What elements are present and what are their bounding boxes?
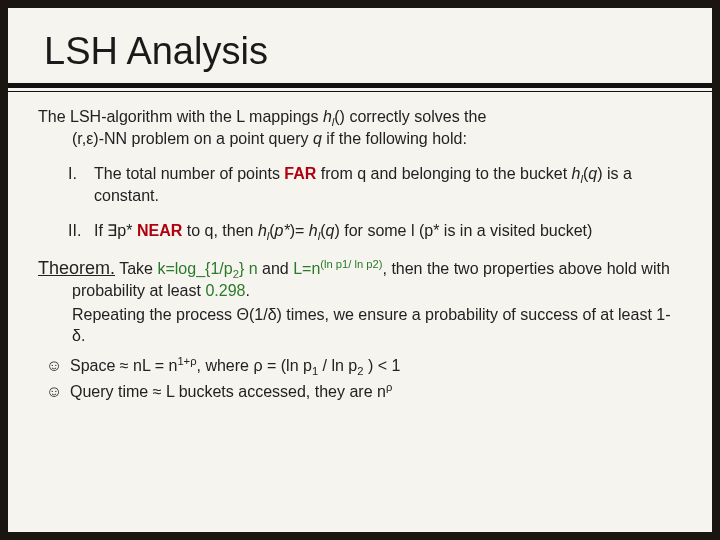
text: . [81, 327, 85, 344]
space-line: ☺ Space ≈ nL = n1+ρ, where ρ = (ln p1 / … [46, 355, 682, 377]
space-text: Space ≈ nL = n1+ρ, where ρ = (ln p1 / ln… [70, 355, 682, 377]
rho: ρ [253, 357, 262, 374]
text: ) for some l (p* is in a visited bucket) [335, 222, 593, 239]
probability: 0.298 [205, 282, 245, 299]
text: )= [290, 222, 309, 239]
sup: (ln p1/ ln p2) [320, 258, 382, 270]
slide-title: LSH Analysis [8, 8, 712, 79]
intro-line2: (r,ε)-NN problem on a point query q if t… [38, 128, 682, 150]
delta: δ [72, 327, 81, 344]
query-line: ☺ Query time ≈ L buckets accessed, they … [46, 381, 682, 403]
item-number: I. [68, 163, 94, 206]
var-q: q [326, 222, 335, 239]
text: (1/ [249, 306, 268, 323]
text: (r, [72, 130, 86, 147]
text: / ln p [318, 357, 357, 374]
theta: Θ [237, 306, 249, 323]
intro-paragraph: The LSH-algorithm with the L mappings hl… [38, 106, 682, 149]
sup: ρ [386, 380, 392, 392]
text: If [94, 222, 107, 239]
text: to q, then [182, 222, 258, 239]
theorem-heading: Theorem. [38, 258, 115, 278]
item-text: The total number of points FAR from q an… [94, 163, 682, 206]
exists: ∃ [107, 222, 117, 239]
text: The LSH-algorithm with the L mappings [38, 108, 323, 125]
var-h: h [258, 222, 267, 239]
text: , where [197, 357, 254, 374]
item-text: If ∃p* NEAR to q, then hl(p*)= hl(q) for… [94, 220, 682, 242]
var-h: h [572, 165, 581, 182]
text: Query time ≈ L buckets accessed, they ar… [70, 383, 386, 400]
text: = (ln p [263, 357, 312, 374]
item-number: II. [68, 220, 94, 242]
text: {1/p [205, 260, 233, 277]
text: . [245, 282, 249, 299]
text: and [258, 260, 294, 277]
keyword-far: FAR [284, 165, 316, 182]
theorem-repeat: Repeating the process Θ(1/δ) times, we e… [38, 304, 682, 347]
slide: LSH Analysis The LSH-algorithm with the … [8, 8, 712, 532]
text: Space ≈ nL = n [70, 357, 177, 374]
var-h: h [309, 222, 318, 239]
delta: δ [268, 306, 277, 323]
smiley-icon: ☺ [46, 355, 70, 377]
text: Take [115, 260, 157, 277]
text: L=n [293, 260, 320, 277]
item-2: II. If ∃p* NEAR to q, then hl(p*)= hl(q)… [38, 220, 682, 242]
text: } n [239, 260, 258, 277]
text: p* [117, 222, 137, 239]
text: The total number of points [94, 165, 284, 182]
query-text: Query time ≈ L buckets accessed, they ar… [70, 381, 682, 403]
theorem-block: Theorem. Take k=log_{1/p2} n and L=n(ln … [38, 256, 682, 302]
title-rule [8, 83, 712, 92]
sup: 1+ρ [177, 355, 196, 367]
var-q: q [588, 165, 597, 182]
var-h: h [323, 108, 332, 125]
text: Repeating the process [72, 306, 237, 323]
text: () correctly solves the [334, 108, 486, 125]
expr-l: L=n(ln p1/ ln p2) [293, 260, 382, 277]
item-1: I. The total number of points FAR from q… [38, 163, 682, 206]
text: if the following hold: [322, 130, 467, 147]
text: _ [196, 260, 205, 277]
var-p: p* [275, 222, 290, 239]
text: ) < 1 [364, 357, 401, 374]
text: k=log [157, 260, 196, 277]
text: ) times, we ensure a probability of succ… [277, 306, 671, 323]
text: from q and belonging to the bucket [316, 165, 571, 182]
smiley-icon: ☺ [46, 381, 70, 403]
expr-k: k=log_{1/p2} n [157, 260, 257, 277]
keyword-near: NEAR [137, 222, 182, 239]
text: )-NN problem on a point query [93, 130, 313, 147]
var-q: q [313, 130, 322, 147]
slide-body: The LSH-algorithm with the L mappings hl… [8, 92, 712, 402]
